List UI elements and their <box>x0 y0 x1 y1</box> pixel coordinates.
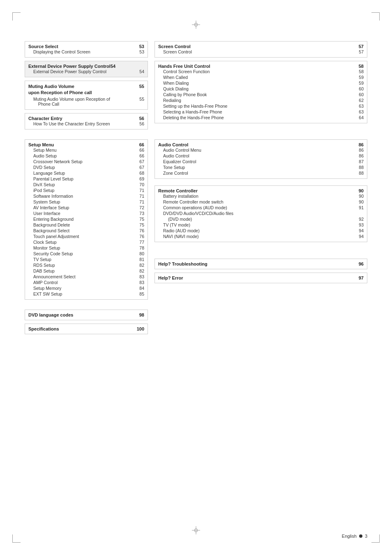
audio-control-title: Audio Control 86 <box>158 142 364 147</box>
middle-right-col: Audio Control 86 Audio Control Menu 86 A… <box>154 139 367 303</box>
setup-item-3: Crossover Network Setup 67 <box>28 159 144 164</box>
dvd-language-page: 98 <box>139 312 144 317</box>
setup-item-13: Entering Background 75 <box>28 216 144 222</box>
setup-item-16: Touch panel Adjustment 76 <box>28 234 144 239</box>
audio-item-3: Equalizer Control 87 <box>158 159 364 164</box>
specifications-page: 100 <box>137 326 144 331</box>
character-entry-box: Character Entry 56 How To Use the Charac… <box>25 113 148 130</box>
help-troubleshooting-box: Help? Troubleshooting 96 <box>154 259 367 269</box>
audio-item-4: Tone Setup 88 <box>158 164 364 170</box>
setup-item-24: AMP Control 83 <box>28 280 144 285</box>
screen-control-label: Screen Control <box>158 44 191 49</box>
setup-item-5: Language Setup 68 <box>28 170 144 176</box>
help-troubleshooting-label: Help? Troubleshooting <box>158 261 208 266</box>
dvd-language-label: DVD language codes <box>28 312 73 317</box>
remote-item-3: Common operations (AUD mode) 91 <box>158 205 364 210</box>
setup-menu-label: Setup Menu <box>28 142 54 147</box>
top-right-col: Screen Control 57 Screen Control 57 Hand… <box>154 41 367 133</box>
setup-menu-title: Setup Menu 66 <box>28 142 144 147</box>
muting-audio-page: 55 <box>139 84 144 89</box>
hands-free-item-4: Quick Dialing 60 <box>158 86 364 92</box>
screen-control-title: Screen Control 57 <box>158 44 364 49</box>
remote-item-7: NAVI (NAVI mode) 94 <box>158 234 364 239</box>
specifications-title: Specifications 100 <box>28 326 144 331</box>
help-section: Help? Troubleshooting 96 Help? Error 97 <box>154 259 367 283</box>
footer-toc-section: DVD language codes 98 Specifications 100 <box>25 310 367 338</box>
setup-item-18: Monitor Setup 78 <box>28 245 144 251</box>
corner-mark-tr <box>371 12 380 21</box>
audio-control-box: Audio Control 86 Audio Control Menu 86 A… <box>154 139 367 179</box>
setup-item-6: Parental Level Setup 69 <box>28 176 144 182</box>
source-select-box: Source Select 53 Displaying the Control … <box>25 41 148 58</box>
remote-item-5: TV (TV mode) 93 <box>158 222 364 228</box>
setup-item-9: Software Information 71 <box>28 193 144 199</box>
setup-item-14: Background Delete 75 <box>28 222 144 228</box>
external-device-label: External Device Power Supply Control54 <box>28 64 115 69</box>
dvd-language-title: DVD language codes 98 <box>28 312 144 317</box>
remote-item-4: DVD/DVD Audio/VCD/CD/Audio files <box>158 210 364 216</box>
audio-control-label: Audio Control <box>158 142 188 147</box>
muting-audio-label: Muting Audio Volumeupon Reception of Pho… <box>28 83 92 96</box>
audio-control-page: 86 <box>359 142 364 147</box>
crosshair-bottom <box>192 526 200 534</box>
specifications-box: Specifications 100 <box>25 324 148 334</box>
screen-control-item-1: Screen Control 57 <box>158 49 364 55</box>
audio-item-2: Audio Control 86 <box>158 153 364 159</box>
character-entry-title: Character Entry 56 <box>28 116 144 121</box>
help-error-label: Help? Error <box>158 275 183 280</box>
source-select-label: Source Select <box>28 44 58 49</box>
remote-item-4b: (DVD mode) 92 <box>158 216 364 222</box>
hands-free-title: Hands Free Unit Control 58 <box>158 64 364 69</box>
top-section: Source Select 53 Displaying the Control … <box>25 41 367 133</box>
audio-item-5: Zone Control 88 <box>158 170 364 176</box>
hands-free-label: Hands Free Unit Control <box>158 64 210 69</box>
setup-item-26: EXT SW Setup 85 <box>28 291 144 297</box>
character-entry-page: 56 <box>139 116 144 121</box>
help-error-box: Help? Error 97 <box>154 273 367 283</box>
setup-item-23: Announcement Select 83 <box>28 274 144 280</box>
audio-item-1: Audio Control Menu 86 <box>158 147 364 153</box>
setup-item-4: DVD Setup 67 <box>28 164 144 170</box>
setup-item-1: Setup Menu 66 <box>28 147 144 153</box>
external-device-item-1: External Device Power Supply Control 54 <box>28 69 144 74</box>
hands-free-item-1: Control Screen Function 58 <box>158 69 364 74</box>
character-entry-label: Character Entry <box>28 116 62 121</box>
footer-left-col: DVD language codes 98 Specifications 100 <box>25 310 148 338</box>
muting-audio-box: Muting Audio Volumeupon Reception of Pho… <box>25 81 148 110</box>
muting-audio-item-1: Muting Audio Volume upon Reception of Ph… <box>28 96 144 107</box>
remote-controller-page: 90 <box>359 188 364 193</box>
footer-dot <box>359 534 362 538</box>
remote-controller-title: Remote Controller 90 <box>158 188 364 193</box>
setup-item-11: AV Interface Setup 72 <box>28 205 144 210</box>
middle-section: Setup Menu 66 Setup Menu 66 Audio Setup … <box>25 139 367 303</box>
setup-item-22: DAB Setup 82 <box>28 268 144 274</box>
source-select-page: 53 <box>139 44 144 49</box>
setup-item-25: Setup Memory 84 <box>28 285 144 291</box>
setup-item-12: User Interface 73 <box>28 210 144 216</box>
help-troubleshooting-title: Help? Troubleshooting 96 <box>158 261 364 266</box>
hands-free-item-2: When Called 59 <box>158 74 364 80</box>
help-error-page: 97 <box>359 275 364 280</box>
remote-item-1: Battery installation 90 <box>158 193 364 199</box>
crosshair-top <box>192 21 200 29</box>
source-select-item-1: Displaying the Control Screen 53 <box>28 49 144 55</box>
external-device-box: External Device Power Supply Control54 E… <box>25 61 148 77</box>
screen-control-box: Screen Control 57 Screen Control 57 <box>154 41 367 58</box>
hands-free-item-6: Redialing 62 <box>158 97 364 103</box>
setup-item-15: Background Select 76 <box>28 228 144 234</box>
help-error-title: Help? Error 97 <box>158 275 364 280</box>
remote-item-2: Remote Controller mode switch 90 <box>158 199 364 205</box>
page-footer: English 3 <box>342 534 367 539</box>
muting-audio-title: Muting Audio Volumeupon Reception of Pho… <box>28 83 144 96</box>
hands-free-item-5: Calling by Phone Book 60 <box>158 92 364 97</box>
middle-left-col: Setup Menu 66 Setup Menu 66 Audio Setup … <box>25 139 148 303</box>
screen-control-page: 57 <box>359 44 364 49</box>
setup-item-17: Clock Setup 77 <box>28 239 144 245</box>
hands-free-box: Hands Free Unit Control 58 Control Scree… <box>154 61 367 123</box>
remote-item-6: Radio (AUD mode) 94 <box>158 228 364 234</box>
external-device-title: External Device Power Supply Control54 <box>28 64 144 69</box>
setup-item-21: RDS Setup 82 <box>28 262 144 268</box>
source-select-title: Source Select 53 <box>28 44 144 49</box>
setup-item-7: DivX Setup 70 <box>28 182 144 187</box>
hands-free-item-7: Setting up the Hands-Free Phone 63 <box>158 103 364 109</box>
